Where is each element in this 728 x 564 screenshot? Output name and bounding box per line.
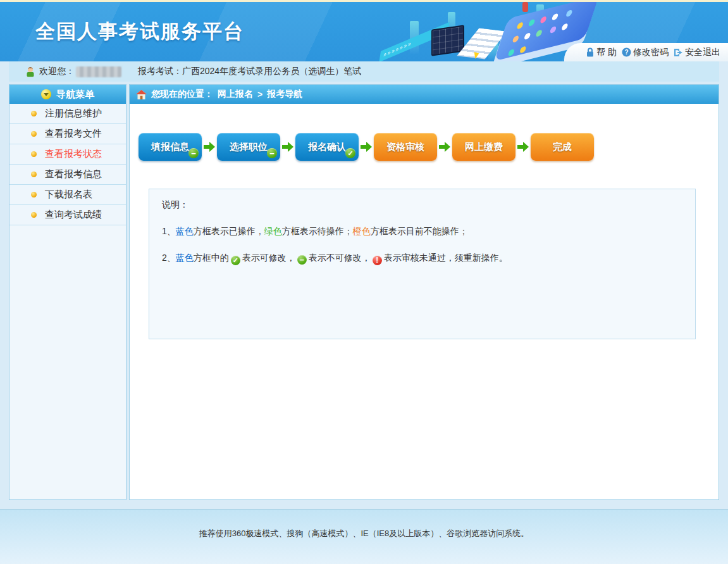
- sidebar-item-label: 查看报考状态: [45, 148, 102, 160]
- sidebar: 导航菜单 注册信息维护查看报考文件查看报考状态查看报考信息下载报名表查询考试成绩: [9, 84, 126, 500]
- stairs-graphic: [457, 28, 507, 60]
- sidebar-item-2[interactable]: 查看报考状态: [9, 144, 126, 165]
- breadcrumb-section[interactable]: 网上报名: [218, 89, 253, 100]
- sidebar-title: 导航菜单: [56, 89, 94, 101]
- minus-badge-icon: [188, 148, 199, 158]
- check-badge-icon: [231, 256, 240, 265]
- step-button-3[interactable]: 资格审核: [374, 133, 437, 161]
- flow-arrow-icon: [439, 142, 450, 152]
- bullet-icon: [31, 212, 37, 218]
- breadcrumb-separator: >: [257, 89, 262, 99]
- chart-screen-graphic: [431, 25, 464, 56]
- step-button-4[interactable]: 网上缴费: [452, 133, 515, 161]
- quick-links-bar: 帮 助 ? 修改密码 安全退出: [564, 43, 728, 61]
- note1-text-2: 方框表示待操作；: [282, 226, 353, 236]
- sidebar-item-3[interactable]: 查看报考信息: [9, 165, 126, 185]
- sidebar-menu: 注册信息维护查看报考文件查看报考状态查看报考信息下载报名表查询考试成绩: [9, 104, 126, 225]
- note1-green-word: 绿色: [264, 226, 282, 236]
- step-button-2[interactable]: 报名确认: [295, 133, 359, 161]
- note2-text-2: 表示可修改，: [242, 253, 295, 263]
- user-avatar-icon: [25, 66, 35, 77]
- question-icon: ?: [622, 47, 631, 57]
- change-password-link[interactable]: ? 修改密码: [622, 47, 669, 58]
- sidebar-item-label: 查看报考文件: [45, 128, 102, 140]
- step-button-1[interactable]: 选择职位: [217, 133, 280, 161]
- step-label: 填报信息: [151, 141, 189, 153]
- instruction-line-2: 2、蓝色方框中的表示可修改，表示不可修改，表示审核未通过，须重新操作。: [162, 251, 682, 265]
- bullet-icon: [31, 111, 37, 116]
- app-header: 全国人事考试服务平台 »»»»»»» 帮 助 ? 修改密码: [0, 2, 728, 61]
- note1-number: 1、: [162, 226, 176, 236]
- logout-link[interactable]: 安全退出: [674, 47, 720, 58]
- bullet-icon: [31, 192, 37, 197]
- sidebar-item-1[interactable]: 查看报考文件: [9, 124, 126, 144]
- instructions-box: 说明： 1、蓝色方框表示已操作，绿色方框表示待操作；橙色方框表示目前不能操作； …: [149, 189, 696, 339]
- nav-menu-icon: [41, 89, 51, 99]
- sidebar-item-label: 查询考试成绩: [45, 209, 102, 221]
- step-label: 完成: [553, 141, 572, 153]
- person-graphic: [522, 2, 528, 12]
- sidebar-item-4[interactable]: 下载报名表: [9, 185, 126, 205]
- help-link[interactable]: 帮 助: [586, 47, 617, 58]
- page-title: 全国人事考试服务平台: [35, 18, 244, 45]
- page-footer: 推荐使用360极速模式、搜狗（高速模式）、IE（IE8及以上版本）、谷歌浏览器访…: [0, 509, 728, 564]
- bullet-icon: [31, 131, 37, 137]
- greeting-label: 欢迎您：: [39, 66, 75, 77]
- note2-text-3: 表示不可修改，: [309, 253, 371, 263]
- exit-icon: [674, 48, 683, 57]
- alert-badge-icon: [373, 256, 382, 265]
- step-label: 资格审核: [386, 141, 424, 153]
- header-illustration: »»»»»»»: [373, 2, 588, 61]
- note2-blue-word: 蓝色: [176, 253, 194, 263]
- sidebar-item-0[interactable]: 注册信息维护: [9, 104, 126, 124]
- sidebar-item-5[interactable]: 查询考试成绩: [9, 205, 126, 225]
- breadcrumb-current[interactable]: 报考导航: [267, 89, 302, 100]
- lightning-graphic: [472, 52, 479, 60]
- exam-name: 广西2024年度考试录用公务员（选调生）笔试: [182, 66, 361, 77]
- instruction-line-1: 1、蓝色方框表示已操作，绿色方框表示待操作；橙色方框表示目前不能操作；: [162, 225, 682, 237]
- note1-text-1: 方框表示已操作，: [194, 226, 264, 236]
- logout-label: 安全退出: [685, 47, 720, 58]
- welcome-bar: 欢迎您： 报考考试： 广西2024年度考试录用公务员（选调生）笔试: [9, 61, 719, 82]
- step-button-0[interactable]: 填报信息: [139, 133, 202, 161]
- bullet-icon: [31, 172, 37, 177]
- main-panel: 您现在的位置： 网上报名 > 报考导航 填报信息选择职位报名确认资格审核网上缴费…: [129, 84, 719, 500]
- user-name-redacted: [76, 66, 121, 77]
- home-icon: [136, 90, 147, 99]
- breadcrumb: 您现在的位置： 网上报名 > 报考导航: [130, 85, 719, 104]
- note2-text-1: 方框中的: [194, 253, 229, 263]
- note1-blue-word: 蓝色: [176, 226, 194, 236]
- sidebar-item-label: 下载报名表: [45, 189, 92, 201]
- conveyor-graphic: »»»»»»»: [379, 22, 449, 61]
- sidebar-item-label: 注册信息维护: [45, 108, 102, 120]
- note1-orange-word: 橙色: [353, 226, 371, 236]
- change-password-label: 修改密码: [633, 47, 669, 58]
- svg-text:?: ?: [624, 49, 628, 56]
- step-label: 选择职位: [230, 141, 268, 153]
- step-label: 网上缴费: [465, 141, 503, 153]
- check-badge-icon: [345, 148, 355, 158]
- exam-label: 报考考试：: [138, 66, 182, 77]
- browser-recommendation-text: 推荐使用360极速模式、搜狗（高速模式）、IE（IE8及以上版本）、谷歌浏览器访…: [199, 529, 529, 538]
- lock-icon: [586, 47, 595, 57]
- minus-badge-icon: [267, 148, 277, 158]
- minus-badge-icon: [297, 255, 307, 265]
- flow-arrow-icon: [282, 142, 293, 152]
- help-label: 帮 助: [596, 47, 617, 58]
- bullet-icon: [31, 151, 37, 157]
- note2-number: 2、: [162, 253, 176, 263]
- note1-text-3: 方框表示目前不能操作；: [371, 226, 468, 236]
- sidebar-header: 导航菜单: [9, 85, 126, 104]
- step-button-5[interactable]: 完成: [531, 133, 594, 161]
- flow-arrow-icon: [517, 142, 529, 152]
- sidebar-item-label: 查看报考信息: [45, 168, 102, 180]
- step-label: 报名确认: [308, 141, 346, 153]
- registration-steps-flow: 填报信息选择职位报名确认资格审核网上缴费完成: [139, 133, 719, 161]
- flow-arrow-icon: [204, 142, 215, 152]
- note2-text-4: 表示审核未通过，须重新操作。: [384, 253, 508, 263]
- content-area: 导航菜单 注册信息维护查看报考文件查看报考状态查看报考信息下载报名表查询考试成绩…: [9, 84, 719, 500]
- instructions-title: 说明：: [162, 199, 682, 211]
- breadcrumb-location-label: 您现在的位置：: [151, 89, 213, 100]
- flow-arrow-icon: [361, 142, 372, 152]
